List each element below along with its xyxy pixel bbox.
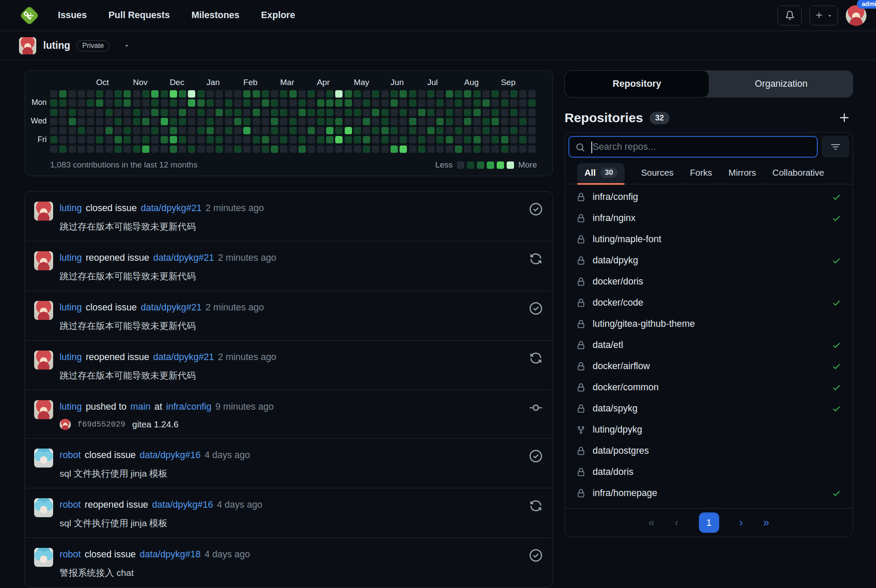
feed-action-text: pushed to xyxy=(86,400,126,413)
repo-list-item[interactable]: docker/code xyxy=(565,292,853,313)
heatmap-cell xyxy=(262,136,269,143)
feed-link[interactable]: data/dpykg#16 xyxy=(152,498,213,511)
new-repository-button[interactable] xyxy=(838,112,851,124)
repo-filter-tab-mirrors[interactable]: Mirrors xyxy=(729,168,756,178)
pagination-page-1[interactable]: 1 xyxy=(699,512,719,533)
repo-name-link[interactable]: docker/airflow xyxy=(593,361,650,372)
heatmap-month-label: Aug xyxy=(464,78,479,87)
feed-link[interactable]: data/dpykg#21 xyxy=(153,351,214,364)
repo-list-item[interactable]: docker/common xyxy=(565,377,853,398)
repo-name-link[interactable]: docker/code xyxy=(593,297,643,308)
repo-name-link[interactable]: luting/dpykg xyxy=(593,424,642,435)
repo-name-link[interactable]: docker/common xyxy=(593,382,659,393)
feed-link[interactable]: luting xyxy=(60,301,82,314)
feed-link[interactable]: main xyxy=(130,400,151,413)
heatmap-month-label: May xyxy=(354,78,369,87)
repo-search-row xyxy=(565,136,853,158)
gitea-logo[interactable] xyxy=(19,5,40,26)
feed-link[interactable]: data/dpykg#21 xyxy=(141,301,202,314)
repo-list-item[interactable]: docker/doris xyxy=(565,271,853,292)
nav-link-pull-requests[interactable]: Pull Requests xyxy=(108,10,170,21)
tab-organization[interactable]: Organization xyxy=(709,70,853,98)
notifications-button[interactable] xyxy=(778,6,802,25)
nav-link-explore[interactable]: Explore xyxy=(261,10,295,21)
repo-filter-tab-collaborative[interactable]: Collaborative xyxy=(772,168,824,178)
heatmap-cell xyxy=(298,127,306,134)
repo-name-link[interactable]: data/etl xyxy=(593,340,623,351)
heatmap-cell xyxy=(243,136,251,143)
repo-list-item[interactable]: data/etl xyxy=(565,335,853,356)
repo-name-link[interactable]: infra/config xyxy=(593,192,638,202)
heatmap-cell xyxy=(179,145,186,153)
repo-list-item[interactable]: infra/config xyxy=(565,187,853,208)
feed-avatar xyxy=(34,351,53,370)
repo-filter-button[interactable] xyxy=(822,136,849,158)
repo-list-item[interactable]: luting/maple-font xyxy=(565,229,853,250)
repo-filter-tab-sources[interactable]: Sources xyxy=(641,168,673,178)
repo-name-link[interactable]: data/doris xyxy=(593,467,633,477)
feed-link[interactable]: luting xyxy=(60,400,82,413)
feed-timestamp: 2 minutes ago xyxy=(218,351,276,364)
create-new-button[interactable] xyxy=(809,6,838,25)
repo-list-item[interactable]: luting/gitea-github-theme xyxy=(565,313,853,335)
heatmap-cell xyxy=(363,90,370,98)
feed-link[interactable]: luting xyxy=(60,202,82,215)
repo-list-item[interactable]: data/doris xyxy=(565,462,853,483)
feed-link[interactable]: data/dpykg#21 xyxy=(141,202,202,215)
repo-list-item[interactable]: infra/homepage xyxy=(565,483,853,504)
heatmap-cell xyxy=(492,118,499,125)
repo-name-link[interactable]: data/postgres xyxy=(593,446,649,456)
repo-search-input[interactable] xyxy=(593,137,814,157)
feed-link[interactable]: luting xyxy=(60,351,82,364)
repo-list-item[interactable]: data/postgres xyxy=(565,440,853,462)
feed-link[interactable]: robot xyxy=(60,498,81,511)
heatmap-cell xyxy=(436,136,444,143)
feed-item-main: robotreopened issuedata/dpykg#164 days a… xyxy=(60,498,523,529)
repo-list-item[interactable]: luting/dpykg xyxy=(565,419,853,440)
repo-name-link[interactable]: luting/maple-font xyxy=(593,234,661,245)
repo-list-item[interactable]: data/dpykg xyxy=(565,250,853,271)
feed-link[interactable]: robot xyxy=(60,449,81,462)
feed-action-text: reopened issue xyxy=(86,251,149,264)
feed-link[interactable]: infra/config xyxy=(166,400,211,413)
repo-filter-tab-all[interactable]: All30 xyxy=(577,163,625,183)
heatmap-cell xyxy=(390,90,398,98)
repo-name-link[interactable]: docker/doris xyxy=(593,276,643,287)
repo-name-link[interactable]: infra/nginx xyxy=(593,213,635,224)
feed-action-text: reopened issue xyxy=(86,351,149,364)
heatmap-cell xyxy=(464,109,471,116)
repo-list-item[interactable]: infra/nginx xyxy=(565,208,853,229)
repo-filter-tab-forks[interactable]: Forks xyxy=(690,168,712,178)
repo-name-link[interactable]: infra/homepage xyxy=(593,488,657,499)
feed-link[interactable]: data/dpykg#18 xyxy=(140,548,200,561)
heatmap-cell xyxy=(298,136,306,143)
repo-list-item[interactable]: data/spykg xyxy=(565,398,853,419)
repo-name-link[interactable]: data/dpykg xyxy=(593,255,638,266)
heatmap-cell xyxy=(206,118,214,125)
tab-repository[interactable]: Repository xyxy=(565,70,709,98)
nav-link-issues[interactable]: Issues xyxy=(58,10,87,21)
commit-sha-link[interactable]: f69d552029 xyxy=(77,420,125,429)
context-username[interactable]: luting xyxy=(43,40,70,51)
feed-item: lutingclosed issuedata/dpykg#212 minutes… xyxy=(25,291,552,340)
heatmap-cell xyxy=(280,118,287,125)
user-menu[interactable]: admin xyxy=(846,5,866,26)
feed-link[interactable]: data/dpykg#21 xyxy=(153,251,214,264)
main-content: 1,083 contributions in the last 12 month… xyxy=(0,60,876,588)
heatmap-cell xyxy=(243,99,251,107)
feed-link[interactable]: robot xyxy=(60,548,81,561)
heatmap-cell xyxy=(253,99,260,107)
repo-name-link[interactable]: luting/gitea-github-theme xyxy=(593,319,695,329)
pagination-next[interactable]: › xyxy=(740,517,743,528)
pagination-last[interactable]: » xyxy=(763,517,769,528)
nav-link-milestones[interactable]: Milestones xyxy=(191,10,239,21)
feed-item: lutingpushed tomainatinfra/config9 minut… xyxy=(25,390,552,438)
repo-list-item[interactable]: docker/airflow xyxy=(565,356,853,377)
repo-name-link[interactable]: data/spykg xyxy=(593,403,638,414)
feed-link[interactable]: data/dpykg#16 xyxy=(140,449,200,462)
context-switcher-caret-icon[interactable] xyxy=(124,42,130,49)
check-icon xyxy=(832,193,841,202)
heatmap-cell xyxy=(206,136,214,143)
feed-link[interactable]: luting xyxy=(60,251,82,264)
heatmap-cell xyxy=(289,99,297,107)
